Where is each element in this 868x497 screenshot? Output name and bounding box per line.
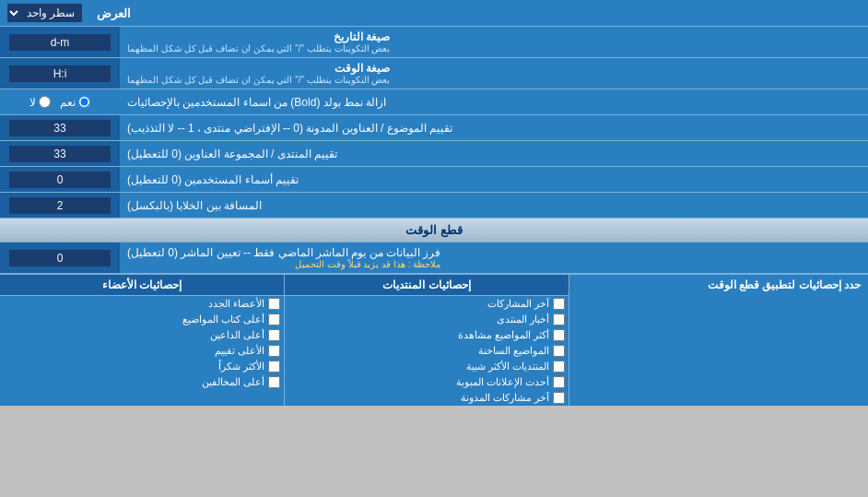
date-format-input-cell: d-m xyxy=(0,27,120,57)
bold-remove-label: ازالة نمط بولد (Bold) من اسماء المستخدمي… xyxy=(120,89,868,114)
checkbox-most-viewed: أكثر المواضيع مشاهدة xyxy=(285,327,569,343)
checkbox-top-violated-input[interactable] xyxy=(268,376,280,388)
checkbox-forum-news-input[interactable] xyxy=(553,314,565,325)
radio-yes-label: نعم xyxy=(60,96,90,109)
checkbox-most-thanked-label: الأكثر شكراً xyxy=(218,361,264,373)
usernames-order-row: تقييم أسماء المستخدمين (0 للتعطيل) xyxy=(0,167,868,193)
checkbox-latest-posts-label: آخر المشاركات xyxy=(487,298,549,310)
checkbox-top-violated-label: أعلى المخالفين xyxy=(202,376,264,388)
time-cut-label: فرز البيانات من يوم الماشر الماضي فقط --… xyxy=(120,243,868,273)
checkbox-blog-posts: آخر مشاركات المدونة xyxy=(285,390,569,406)
usernames-order-input[interactable] xyxy=(9,172,111,188)
stats-members-header: إحصائيات الأعضاء xyxy=(0,275,284,296)
checkbox-top-rated-input[interactable] xyxy=(268,345,280,357)
forum-order-row: تقييم الموضوع / العناوين المدونة (0 -- ا… xyxy=(0,115,868,141)
forum-group-order-input-cell xyxy=(0,141,120,166)
time-format-row: صيغة الوقت بعض التكوينات يتطلب "/" التي … xyxy=(0,58,868,89)
stats-forums-header: إحصائيات المنتديات xyxy=(285,275,569,296)
date-format-row: صيغة التاريخ بعض التكوينات يتطلب "/" الت… xyxy=(0,27,868,58)
radio-yes[interactable] xyxy=(78,96,90,108)
forum-group-order-row: تقييم المنتدى / المجموعة العناوين (0 للت… xyxy=(0,141,868,167)
time-format-label: صيغة الوقت بعض التكوينات يتطلب "/" التي … xyxy=(120,58,868,89)
radio-no-label: لا xyxy=(29,96,51,109)
bold-remove-row: ازالة نمط بولد (Bold) من اسماء المستخدمي… xyxy=(0,89,868,115)
checkbox-top-writers: أعلى كتاب المواضيع xyxy=(0,312,284,327)
display-dropdown[interactable]: سطر واحد سطرين ثلاثة أسطر xyxy=(7,4,82,22)
time-format-input[interactable]: H:i xyxy=(9,65,111,82)
checkbox-top-rated-label: الأعلى تقييم xyxy=(215,345,264,357)
time-format-input-cell: H:i xyxy=(0,58,120,89)
checkbox-most-viewed-label: أكثر المواضيع مشاهدة xyxy=(458,329,549,341)
date-format-label: صيغة التاريخ بعض التكوينات يتطلب "/" الت… xyxy=(120,27,868,57)
checkbox-most-viewed-input[interactable] xyxy=(553,329,565,341)
stats-members-column: إحصائيات الأعضاء الأعضاء الجدد أعلى كتاب… xyxy=(0,275,284,406)
forum-order-input[interactable] xyxy=(9,120,111,136)
checkbox-forum-news-label: أخبار المنتدى xyxy=(497,314,549,325)
checkbox-top-writers-label: أعلى كتاب المواضيع xyxy=(182,314,264,325)
time-cut-row: فرز البيانات من يوم الماشر الماضي فقط --… xyxy=(0,243,868,274)
header-row: العرض سطر واحد سطرين ثلاثة أسطر xyxy=(0,0,868,27)
checkbox-latest-posts-input[interactable] xyxy=(553,298,565,310)
checkbox-similar-forums-label: المنتديات الأكثر شبية xyxy=(466,361,549,373)
cell-spacing-label: المسافة بين الخلايا (بالبكسل) xyxy=(120,193,868,218)
checkbox-classifieds: أحدث الإعلانات المبوبة xyxy=(285,374,569,390)
checkbox-latest-posts: آخر المشاركات xyxy=(285,296,569,312)
checkbox-top-violated: أعلى المخالفين xyxy=(0,374,284,390)
date-format-input[interactable]: d-m xyxy=(9,34,111,51)
checkbox-top-inviters: أعلى الداعين xyxy=(0,327,284,343)
time-cut-input[interactable] xyxy=(9,250,111,266)
checkbox-top-inviters-label: أعلى الداعين xyxy=(210,329,264,341)
stats-bottom-section: حدد إحصائيات لتطبيق قطع الوقت إحصائيات ا… xyxy=(0,274,868,406)
checkbox-blog-posts-label: آخر مشاركات المدونة xyxy=(461,392,549,404)
stats-forums-column: إحصائيات المنتديات آخر المشاركات أخبار ا… xyxy=(284,275,569,406)
usernames-order-input-cell xyxy=(0,167,120,192)
forum-order-label: تقييم الموضوع / العناوين المدونة (0 -- ا… xyxy=(120,115,868,140)
display-select-wrapper: سطر واحد سطرين ثلاثة أسطر xyxy=(0,0,89,26)
stats-limit-label: حدد إحصائيات لتطبيق قطع الوقت xyxy=(577,278,861,291)
radio-no[interactable] xyxy=(39,96,51,108)
time-cut-section-header: قطع الوقت xyxy=(0,219,868,243)
forum-order-input-cell xyxy=(0,115,120,140)
checkbox-top-rated: الأعلى تقييم xyxy=(0,343,284,359)
usernames-order-label: تقييم أسماء المستخدمين (0 للتعطيل) xyxy=(120,167,868,192)
checkbox-hot-topics-label: المواضيع الساخنة xyxy=(478,345,549,357)
forum-group-order-label: تقييم المنتدى / المجموعة العناوين (0 للت… xyxy=(120,141,868,166)
checkbox-classifieds-label: أحدث الإعلانات المبوبة xyxy=(456,376,549,388)
forum-group-order-input[interactable] xyxy=(9,146,111,162)
cell-spacing-input[interactable] xyxy=(9,197,111,214)
checkbox-forum-news: أخبار المنتدى xyxy=(285,312,569,327)
checkbox-top-inviters-input[interactable] xyxy=(268,329,280,341)
checkbox-similar-forums-input[interactable] xyxy=(553,361,565,373)
cell-spacing-input-cell xyxy=(0,193,120,218)
checkbox-new-members: الأعضاء الجدد xyxy=(0,296,284,312)
checkbox-similar-forums: المنتديات الأكثر شبية xyxy=(285,359,569,374)
checkbox-hot-topics: المواضيع الساخنة xyxy=(285,343,569,359)
checkbox-new-members-input[interactable] xyxy=(268,298,280,310)
checkbox-most-thanked-input[interactable] xyxy=(268,361,280,373)
checkbox-most-thanked: الأكثر شكراً xyxy=(0,359,284,374)
checkbox-blog-posts-input[interactable] xyxy=(553,392,565,404)
checkbox-hot-topics-input[interactable] xyxy=(553,345,565,357)
page-title: العرض xyxy=(89,0,868,26)
stats-limit-label-cell: حدد إحصائيات لتطبيق قطع الوقت xyxy=(569,275,868,406)
bold-remove-radio-cell: نعم لا xyxy=(0,89,120,114)
checkbox-new-members-label: الأعضاء الجدد xyxy=(208,298,264,310)
time-cut-input-cell xyxy=(0,243,120,273)
checkbox-top-writers-input[interactable] xyxy=(268,314,280,325)
cell-spacing-row: المسافة بين الخلايا (بالبكسل) xyxy=(0,193,868,219)
main-container: العرض سطر واحد سطرين ثلاثة أسطر صيغة الت… xyxy=(0,0,868,406)
checkbox-classifieds-input[interactable] xyxy=(553,376,565,388)
